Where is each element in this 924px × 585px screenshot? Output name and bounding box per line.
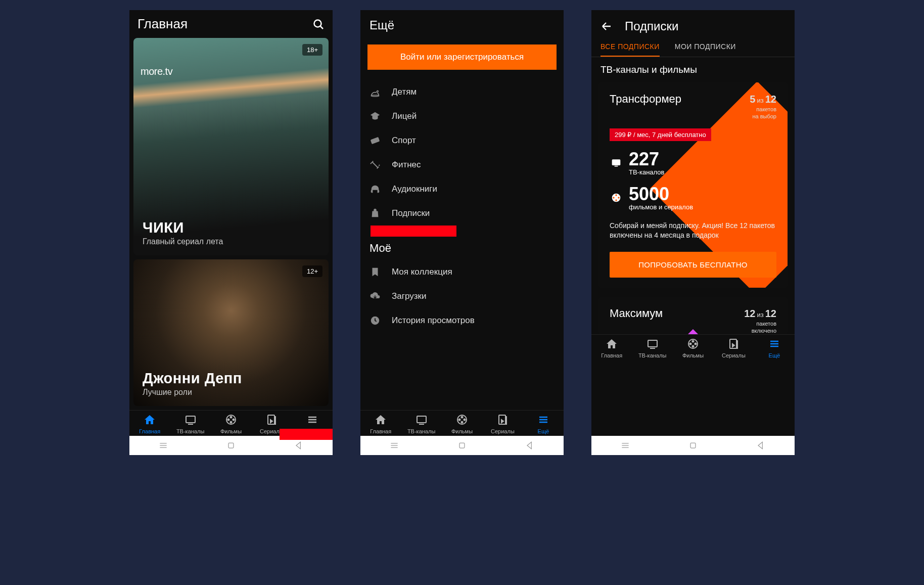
tab-all-subs[interactable]: ВСЕ ПОДПИСКИ xyxy=(600,42,660,57)
nav-tv[interactable]: ТВ-каналы xyxy=(170,414,210,434)
home-body[interactable]: 18+ more.tv ЧИКИ Главный сериал лета 12+… xyxy=(129,38,333,410)
nav-films[interactable]: Фильмы xyxy=(442,414,482,434)
nav-serials[interactable]: Сериалы xyxy=(713,338,754,358)
nav-label: Ещё xyxy=(769,352,780,358)
screen-subs-content: Подписки ВСЕ ПОДПИСКИ МОИ ПОДПИСКИ ТВ-ка… xyxy=(591,10,795,436)
nav-tv[interactable]: ТВ-каналы xyxy=(401,414,441,434)
stat-number: 227 xyxy=(629,150,664,168)
serials-icon xyxy=(265,414,278,427)
svg-point-44 xyxy=(692,341,694,342)
svg-line-1 xyxy=(320,26,323,29)
menu-item-fitness[interactable]: Фитнес xyxy=(360,153,564,177)
android-home-icon[interactable] xyxy=(226,440,236,451)
nav-films[interactable]: Фильмы xyxy=(673,338,713,358)
menu-item-downloads[interactable]: Загрузки xyxy=(360,284,564,308)
headphones-icon xyxy=(369,184,381,195)
nav-home[interactable]: Главная xyxy=(360,414,401,434)
category-list: Детям Лицей Спорт Фитнес Аудиокниги Подп… xyxy=(360,78,564,228)
android-recent-icon[interactable] xyxy=(158,440,168,451)
menu-label: Детям xyxy=(392,87,417,97)
nav-more[interactable]: Ещё xyxy=(523,414,564,434)
sub-title: Трансформер xyxy=(610,93,681,106)
film-reel-icon xyxy=(686,338,700,351)
nav-label: Ещё xyxy=(538,428,549,434)
menu-label: Спорт xyxy=(392,136,416,146)
tv-icon xyxy=(610,158,623,168)
bottom-nav: ГлавнаяТВ-каналыФильмыСериалыЕщё xyxy=(360,410,564,436)
nav-label: Фильмы xyxy=(451,428,473,434)
menu-label: Подписки xyxy=(392,208,430,218)
svg-point-5 xyxy=(230,417,232,418)
android-recent-icon[interactable] xyxy=(389,440,399,451)
serials-icon xyxy=(496,414,509,427)
subscription-card-maximum[interactable]: Максимум 12 из 12 пакетов включено xyxy=(598,297,788,335)
android-home-icon[interactable] xyxy=(688,440,698,451)
android-nav-bar xyxy=(591,436,795,455)
menu-item-collection[interactable]: Моя коллекция xyxy=(360,260,564,284)
menu-item-history[interactable]: История просмотров xyxy=(360,308,564,333)
nav-serials[interactable]: Сериалы xyxy=(482,414,523,434)
subscription-card-transformer[interactable]: Трансформер 5 из 12 пакетов на выбор 299… xyxy=(598,82,788,288)
android-back-icon[interactable] xyxy=(294,440,304,451)
hero-title: Джонни Депп xyxy=(143,370,242,387)
subs-tabs: ВСЕ ПОДПИСКИ МОИ ПОДПИСКИ xyxy=(591,38,795,57)
svg-point-0 xyxy=(314,20,321,27)
screen-more-content: Ещё Войти или зарегистрироваться Детям Л… xyxy=(360,10,564,436)
svg-rect-19 xyxy=(417,416,426,423)
section-title-mine: Моё xyxy=(360,237,564,258)
android-recent-icon[interactable] xyxy=(620,440,630,451)
nav-label: Главная xyxy=(139,428,160,434)
stat-number: 5000 xyxy=(629,185,693,203)
menu-item-sport[interactable]: Спорт xyxy=(360,128,564,153)
mine-list: Моя коллекция Загрузки История просмотро… xyxy=(360,258,564,335)
tv-icon xyxy=(184,414,197,427)
android-home-icon[interactable] xyxy=(457,440,467,451)
nav-tv[interactable]: ТВ-каналы xyxy=(632,338,672,358)
nav-label: ТВ-каналы xyxy=(407,428,435,434)
section-title: ТВ-каналы и фильмы xyxy=(591,57,795,80)
android-back-icon[interactable] xyxy=(525,440,535,451)
try-free-button[interactable]: ПОПРОБОВАТЬ БЕСПЛАТНО xyxy=(610,252,776,278)
menu-item-audiobooks[interactable]: Аудиокниги xyxy=(360,177,564,201)
hero-title: ЧИКИ xyxy=(143,219,223,236)
redaction-block xyxy=(280,429,333,440)
hero-card-chiki[interactable]: 18+ more.tv ЧИКИ Главный сериал лета xyxy=(133,38,329,255)
tab-my-subs[interactable]: МОИ ПОДПИСКИ xyxy=(675,42,736,57)
menu-item-lyceum[interactable]: Лицей xyxy=(360,104,564,128)
film-reel-icon xyxy=(455,414,469,427)
hero-text: ЧИКИ Главный сериал лета xyxy=(143,219,223,246)
menu-item-subscriptions[interactable]: Подписки xyxy=(360,201,564,226)
stat-label: фильмов и сериалов xyxy=(629,203,693,211)
rocking-horse-icon xyxy=(369,86,381,98)
hero-text: Джонни Депп Лучшие роли xyxy=(143,370,242,397)
stat-channels: 227 ТВ-каналов xyxy=(610,150,776,176)
login-button[interactable]: Войти или зарегистрироваться xyxy=(367,44,557,70)
svg-point-23 xyxy=(464,419,466,421)
serials-icon xyxy=(727,338,740,351)
svg-point-45 xyxy=(695,343,697,345)
sub-count: 12 из 12 пакетов включено xyxy=(744,307,776,335)
nav-home[interactable]: Главная xyxy=(129,414,170,434)
svg-rect-55 xyxy=(690,443,696,448)
tv-icon xyxy=(646,338,659,351)
nav-label: Фильмы xyxy=(220,428,242,434)
nav-films[interactable]: Фильмы xyxy=(211,414,251,434)
menu-item-kids[interactable]: Детям xyxy=(360,80,564,104)
android-back-icon[interactable] xyxy=(756,440,766,451)
menu-icon xyxy=(537,414,550,427)
sub-head: Трансформер 5 из 12 пакетов на выбор xyxy=(610,93,776,120)
back-arrow-icon[interactable] xyxy=(600,20,613,32)
menu-icon xyxy=(306,414,319,427)
search-icon[interactable] xyxy=(312,18,325,30)
svg-rect-41 xyxy=(648,340,657,347)
android-nav-bar xyxy=(129,436,333,455)
svg-rect-34 xyxy=(612,159,621,165)
bookmark-icon xyxy=(369,266,381,278)
svg-point-6 xyxy=(233,419,235,421)
hero-card-depp[interactable]: 12+ Джонни Депп Лучшие роли xyxy=(133,259,329,406)
nav-home[interactable]: Главная xyxy=(591,338,632,358)
nav-more[interactable]: Ещё xyxy=(754,338,795,358)
page-title: Подписки xyxy=(625,19,678,33)
stat-films: 5000 фильмов и сериалов xyxy=(610,185,776,211)
age-badge: 18+ xyxy=(302,44,322,56)
